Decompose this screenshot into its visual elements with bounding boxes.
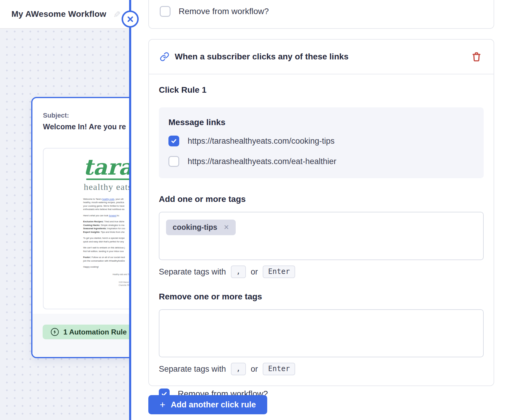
email-node-card[interactable]: Subject: Welcome In! Are you re tara's h… [31, 97, 130, 358]
add-tags-label: Add one or more tags [159, 194, 484, 204]
click-rule-title: Click Rule 1 [159, 85, 484, 95]
email-feature-list: Exclusive Recipes: Tried-and-true dishe … [83, 220, 130, 234]
taras-logo-script: tara's [83, 156, 130, 178]
message-link-row[interactable]: https://tarashealthyeats.com/eat-healthi… [168, 156, 475, 167]
trash-icon [471, 51, 482, 62]
close-panel-button[interactable] [122, 10, 139, 28]
add-another-click-rule-label: Add another click rule [171, 400, 256, 410]
email-address: 1100 Manor Dr Charlotte PA [119, 281, 130, 287]
remove-tags-input[interactable] [159, 309, 484, 357]
enter-key: Enter [263, 363, 295, 375]
lightning-icon [50, 327, 59, 337]
link-checkbox-unchecked[interactable] [168, 156, 179, 167]
separator-hint: Separate tags with , or Enter [159, 363, 484, 375]
email-paragraph: Here's what you can look forward to: [83, 214, 130, 218]
tag-chip: cooking-tips × [166, 220, 236, 235]
message-links-title: Message links [168, 118, 475, 127]
comma-key: , [231, 266, 246, 278]
rule-settings-panel: Remove from workflow? When a subscriber … [131, 0, 508, 420]
previous-rule-card: Remove from workflow? [148, 0, 494, 29]
subject-label: Subject: [43, 112, 130, 119]
message-link-url: https://tarashealthyeats.com/eat-healthi… [188, 157, 336, 166]
message-links-box: Message links https://tarashealthyeats.c… [159, 107, 484, 178]
automation-rule-badge[interactable]: 1 Automation Rule [43, 325, 130, 339]
link-checkbox-checked[interactable] [168, 136, 179, 146]
hint-or: or [251, 267, 258, 277]
workflow-canvas: My AWesome Workflow ✎ Subject: Welcome I… [0, 0, 130, 420]
automation-rule-label: 1 Automation Rule [63, 328, 127, 336]
tag-chip-label: cooking-tips [173, 223, 217, 232]
email-paragraph: To get you started, here's a special rec… [83, 236, 130, 243]
panel-divider [129, 0, 131, 420]
email-footer-paragraph: Footer: Follow us on all of our social m… [83, 256, 130, 262]
remove-from-workflow-checkbox[interactable] [160, 6, 171, 17]
click-rule-card-body: Click Rule 1 Message links https://taras… [149, 74, 494, 399]
hint-text: Separate tags with [159, 364, 226, 374]
remove-from-workflow-row[interactable]: Remove from workflow? [160, 6, 269, 17]
enter-key: Enter [263, 266, 295, 278]
email-inline-link: healthy eats [102, 198, 114, 200]
email-preview-thumbnail[interactable]: tara's healthy eats Welcome to Tara's he… [43, 148, 130, 309]
subject-value: Welcome In! Are you re [43, 122, 130, 131]
email-signature: Healthy eats and Tara's [113, 273, 130, 276]
email-node-footer: 1 Automation Rule [32, 314, 130, 357]
add-tags-input[interactable]: cooking-tips × [159, 212, 484, 260]
message-link-row[interactable]: https://tarashealthyeats.com/cooking-tip… [168, 136, 475, 146]
plus-icon: + [160, 400, 165, 410]
check-icon [170, 137, 177, 145]
email-signoff: Happy cooking! [83, 265, 130, 269]
click-rule-card-header: When a subscriber clicks any of these li… [149, 40, 494, 74]
email-inline-link: forward [109, 214, 116, 217]
hint-or: or [251, 364, 258, 374]
edit-pencil-icon[interactable]: ✎ [111, 10, 122, 18]
hint-text: Separate tags with [159, 267, 226, 277]
click-rule-card-title: When a subscriber clicks any of these li… [175, 52, 471, 62]
email-paragraph: We can't wait to embark on this deliciou… [83, 246, 130, 253]
email-paragraph: Welcome to Tara's healthy eats, your ult… [83, 197, 130, 211]
comma-key: , [231, 363, 246, 375]
email-body-text: Welcome to Tara's healthy eats, your ult… [83, 197, 130, 287]
delete-rule-button[interactable] [471, 51, 482, 62]
close-icon [127, 16, 134, 23]
remove-from-workflow-label: Remove from workflow? [179, 7, 269, 16]
workflow-header: My AWesome Workflow ✎ [0, 0, 130, 29]
message-link-url: https://tarashealthyeats.com/cooking-tip… [188, 136, 334, 146]
workflow-title: My AWesome Workflow [11, 9, 106, 19]
taras-logo-subtitle: healthy eats [84, 182, 130, 192]
separator-hint: Separate tags with , or Enter [159, 266, 484, 278]
add-another-click-rule-button[interactable]: + Add another click rule [148, 395, 267, 414]
remove-tag-icon[interactable]: × [224, 223, 229, 232]
link-icon [160, 52, 169, 62]
remove-tags-label: Remove one or more tags [159, 292, 484, 302]
click-rule-card: When a subscriber clicks any of these li… [148, 39, 494, 386]
